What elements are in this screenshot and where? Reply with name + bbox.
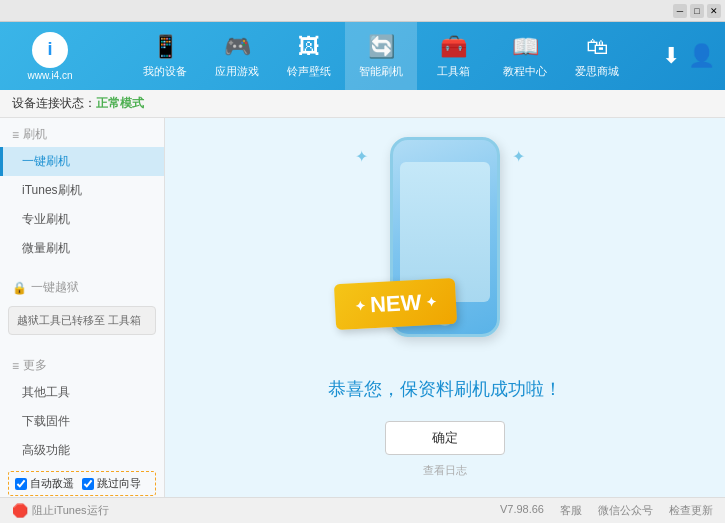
success-message: 恭喜您，保资料刷机成功啦！ [328, 377, 562, 401]
nav-toolbox-label: 工具箱 [437, 64, 470, 79]
new-badge-text: NEW [369, 290, 422, 319]
close-button[interactable]: ✕ [707, 4, 721, 18]
auto-flash-input[interactable] [15, 478, 27, 490]
sidebar-section-jailbreak: 🔒 一键越狱 [0, 271, 164, 300]
version-text: V7.98.66 [500, 503, 544, 518]
stop-itunes-link[interactable]: 阻止iTunes运行 [32, 503, 109, 518]
nav-tutorials[interactable]: 📖 教程中心 [489, 22, 561, 90]
footer-right: V7.98.66 客服 微信公众号 检查更新 [500, 503, 713, 518]
badge-star-left: ✦ [355, 298, 367, 314]
sidebar-item-other-tools[interactable]: 其他工具 [0, 378, 164, 407]
goto-today-link[interactable]: 查看日志 [423, 463, 467, 478]
support-link[interactable]: 客服 [560, 503, 582, 518]
footer-left: 🛑 阻止iTunes运行 [12, 503, 109, 518]
footer: 🛑 阻止iTunes运行 V7.98.66 客服 微信公众号 检查更新 [0, 497, 725, 523]
wechat-link[interactable]: 微信公众号 [598, 503, 653, 518]
minimize-button[interactable]: ─ [673, 4, 687, 18]
nav-apps[interactable]: 🎮 应用游戏 [201, 22, 273, 90]
tutorials-icon: 📖 [512, 34, 539, 60]
nav-tutorials-label: 教程中心 [503, 64, 547, 79]
sidebar-item-download-firmware[interactable]: 下载固件 [0, 407, 164, 436]
my-device-icon: 📱 [152, 34, 179, 60]
title-bar: ─ □ ✕ [0, 0, 725, 22]
nav-smart-flash-label: 智能刷机 [359, 64, 403, 79]
check-update-link[interactable]: 检查更新 [669, 503, 713, 518]
nav-store[interactable]: 🛍 爱思商城 [561, 22, 633, 90]
nav-items: 📱 我的设备 🎮 应用游戏 🖼 铃声壁纸 🔄 智能刷机 🧰 工具箱 📖 教程中心… [100, 22, 662, 90]
sidebar-item-one-key-flash[interactable]: 一键刷机 [0, 147, 164, 176]
sidebar-item-advanced[interactable]: 高级功能 [0, 436, 164, 465]
nav-my-device[interactable]: 📱 我的设备 [129, 22, 201, 90]
maximize-button[interactable]: □ [690, 4, 704, 18]
sidebar-item-pro-flash[interactable]: 专业刷机 [0, 205, 164, 234]
logo-subtext: www.i4.cn [27, 70, 72, 81]
phone-illustration: ✦ ✦ ✦ ✦ NEW ✦ [345, 137, 545, 357]
skip-wizard-checkbox[interactable]: 跳过向导 [82, 476, 141, 491]
download-button[interactable]: ⬇ [662, 43, 680, 69]
nav-wallpaper[interactable]: 🖼 铃声壁纸 [273, 22, 345, 90]
main-content: ≡ 刷机 一键刷机 iTunes刷机 专业刷机 微量刷机 🔒 一键越狱 越狱工具… [0, 118, 725, 497]
sidebar-section-flash: ≡ 刷机 [0, 118, 164, 147]
logo[interactable]: i www.i4.cn [10, 32, 90, 81]
smart-flash-icon: 🔄 [368, 34, 395, 60]
skip-wizard-input[interactable] [82, 478, 94, 490]
toolbox-icon: 🧰 [440, 34, 467, 60]
status-prefix: 设备连接状态： [12, 95, 96, 112]
sparkle-icon-2: ✦ [512, 147, 525, 166]
sidebar: ≡ 刷机 一键刷机 iTunes刷机 专业刷机 微量刷机 🔒 一键越狱 越狱工具… [0, 118, 165, 497]
badge-star-right: ✦ [425, 294, 437, 310]
jailbreak-notice: 越狱工具已转移至 工具箱 [8, 306, 156, 335]
wallpaper-icon: 🖼 [298, 34, 320, 60]
sparkle-icon-1: ✦ [355, 147, 368, 166]
nav-store-label: 爱思商城 [575, 64, 619, 79]
logo-icon: i [32, 32, 68, 68]
nav-my-device-label: 我的设备 [143, 64, 187, 79]
confirm-button[interactable]: 确定 [385, 421, 505, 455]
status-value: 正常模式 [96, 95, 144, 112]
auto-flash-checkbox[interactable]: 自动敌遥 [15, 476, 74, 491]
nav-toolbox[interactable]: 🧰 工具箱 [417, 22, 489, 90]
status-bar: 设备连接状态： 正常模式 [0, 90, 725, 118]
nav-smart-flash[interactable]: 🔄 智能刷机 [345, 22, 417, 90]
store-icon: 🛍 [586, 34, 608, 60]
nav-apps-label: 应用游戏 [215, 64, 259, 79]
nav-right-actions: ⬇ 👤 [662, 43, 715, 69]
top-navigation: i www.i4.cn 📱 我的设备 🎮 应用游戏 🖼 铃声壁纸 🔄 智能刷机 … [0, 22, 725, 90]
user-button[interactable]: 👤 [688, 43, 715, 69]
new-badge: ✦ NEW ✦ [334, 278, 458, 330]
sidebar-item-itunes-flash[interactable]: iTunes刷机 [0, 176, 164, 205]
checkbox-row: 自动敌遥 跳过向导 [8, 471, 156, 496]
sidebar-section-more: ≡ 更多 [0, 349, 164, 378]
content-area: ✦ ✦ ✦ ✦ NEW ✦ 恭喜您，保资料刷机成功啦！ 确定 查看日志 [165, 118, 725, 497]
sidebar-item-micro-flash[interactable]: 微量刷机 [0, 234, 164, 263]
apps-icon: 🎮 [224, 34, 251, 60]
nav-wallpaper-label: 铃声壁纸 [287, 64, 331, 79]
